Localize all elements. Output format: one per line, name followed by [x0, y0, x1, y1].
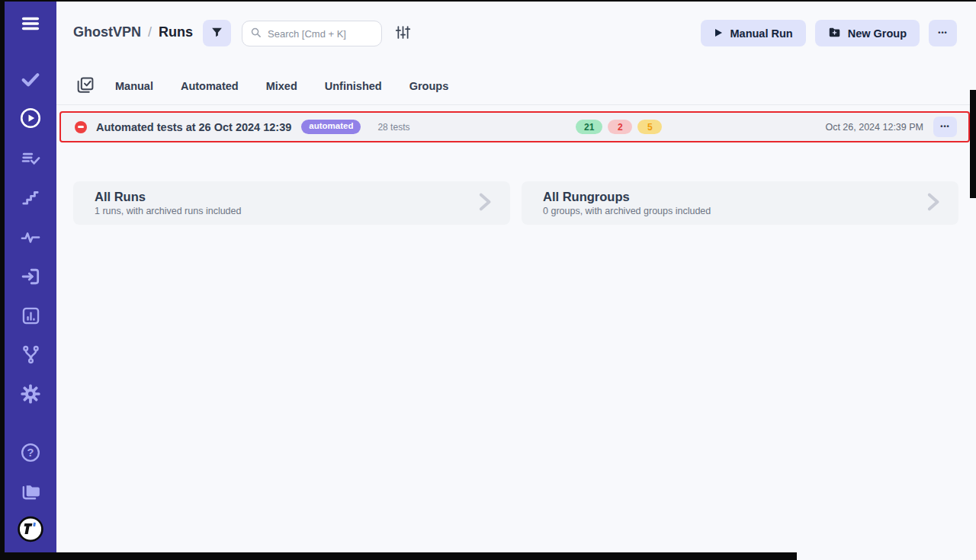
pulse-icon: [20, 226, 41, 248]
screen-edge-artifact: [0, 552, 797, 560]
chevron-right-icon: [474, 191, 495, 216]
sidebar-item-tests[interactable]: [19, 68, 42, 91]
ellipsis-icon: •••: [940, 123, 949, 130]
list-check-icon: [20, 148, 41, 169]
stairs-icon: [21, 187, 40, 207]
skipped-count-badge: 5: [637, 120, 662, 134]
sidebar-item-runs[interactable]: [19, 107, 42, 130]
menu-button[interactable]: [19, 12, 42, 35]
all-runs-title: All Runs: [95, 190, 241, 204]
minus-circle-icon: [75, 121, 87, 133]
sidebar-item-settings[interactable]: [19, 382, 42, 405]
branch-icon: [21, 344, 41, 365]
login-icon: [20, 266, 41, 287]
sidebar-item-pull[interactable]: [19, 265, 42, 288]
hamburger-menu-icon: [20, 13, 41, 34]
run-timestamp: Oct 26, 2024 12:39 PM: [825, 122, 923, 133]
help-icon: ?: [20, 442, 41, 463]
app-logo[interactable]: [18, 516, 44, 542]
chevron-right-icon: [922, 191, 943, 216]
svg-text:?: ?: [27, 446, 34, 459]
sidebar-item-analytics[interactable]: [19, 226, 42, 248]
breadcrumb: GhostVPN / Runs: [73, 24, 193, 40]
checkmark-icon: [20, 69, 41, 90]
sidebar-item-branches[interactable]: [19, 343, 42, 366]
tab-automated[interactable]: Automated: [181, 80, 239, 92]
sidebar-item-help[interactable]: ?: [19, 441, 42, 464]
breadcrumb-project[interactable]: GhostVPN: [73, 24, 141, 40]
filter-button[interactable]: [203, 20, 231, 46]
tab-unfinished[interactable]: Unfinished: [325, 80, 382, 92]
all-rungroups-subtitle: 0 groups, with archived groups included: [543, 206, 711, 216]
tab-manual[interactable]: Manual: [115, 80, 153, 92]
search-box: [242, 21, 382, 46]
select-all-button[interactable]: [75, 76, 95, 95]
passed-count-badge: 21: [576, 120, 602, 134]
play-circle-icon: [19, 107, 42, 130]
logo-icon: [18, 516, 44, 542]
tabs-bar: Manual Automated Mixed Unfinished Groups: [75, 76, 448, 95]
run-tests-count: 28 tests: [377, 122, 409, 133]
all-rungroups-title: All Rungroups: [543, 190, 711, 204]
new-group-label: New Group: [848, 27, 907, 40]
adjustments-button[interactable]: [393, 24, 413, 43]
folders-icon: [20, 481, 42, 503]
sidebar-item-steps[interactable]: [19, 186, 42, 209]
all-rungroups-card[interactable]: All Rungroups 0 groups, with archived gr…: [522, 181, 958, 225]
list-divider: [56, 104, 976, 105]
run-more-button[interactable]: •••: [933, 117, 957, 137]
sidebar: ?: [5, 2, 56, 552]
search-icon: [250, 27, 262, 41]
screen-edge-artifact: [0, 0, 5, 560]
manual-run-label: Manual Run: [730, 27, 792, 40]
manual-run-button[interactable]: Manual Run: [701, 20, 805, 46]
run-row[interactable]: Automated tests at 26 Oct 2024 12:39 aut…: [59, 111, 970, 142]
folder-plus-icon: [828, 26, 841, 41]
sidebar-item-plans[interactable]: [19, 147, 42, 170]
bar-chart-icon: [21, 306, 41, 326]
screen-edge-artifact: [970, 90, 976, 198]
play-icon: [714, 27, 723, 40]
all-runs-subtitle: 1 runs, with archived runs included: [95, 206, 241, 216]
sliders-icon: [395, 24, 411, 43]
failed-count-badge: 2: [608, 120, 632, 134]
header-actions: Manual Run New Group •••: [701, 20, 957, 46]
breadcrumb-page: Runs: [159, 24, 193, 40]
ellipsis-icon: •••: [938, 29, 947, 37]
new-group-button[interactable]: New Group: [815, 20, 920, 46]
breadcrumb-separator: /: [148, 24, 152, 40]
run-stats: 21 2 5: [576, 120, 662, 134]
search-input[interactable]: [268, 28, 374, 40]
funnel-icon: [210, 26, 223, 41]
tab-mixed[interactable]: Mixed: [266, 80, 297, 92]
all-runs-card[interactable]: All Runs 1 runs, with archived runs incl…: [73, 181, 510, 225]
run-title: Automated tests at 26 Oct 2024 12:39: [96, 121, 291, 133]
tab-groups[interactable]: Groups: [409, 80, 449, 92]
gear-icon: [20, 383, 41, 405]
sidebar-item-projects[interactable]: [19, 480, 42, 503]
sidebar-item-reports[interactable]: [19, 304, 42, 327]
screen-edge-artifact: [0, 0, 976, 2]
header-more-button[interactable]: •••: [929, 20, 957, 46]
run-type-badge: automated: [301, 120, 361, 134]
